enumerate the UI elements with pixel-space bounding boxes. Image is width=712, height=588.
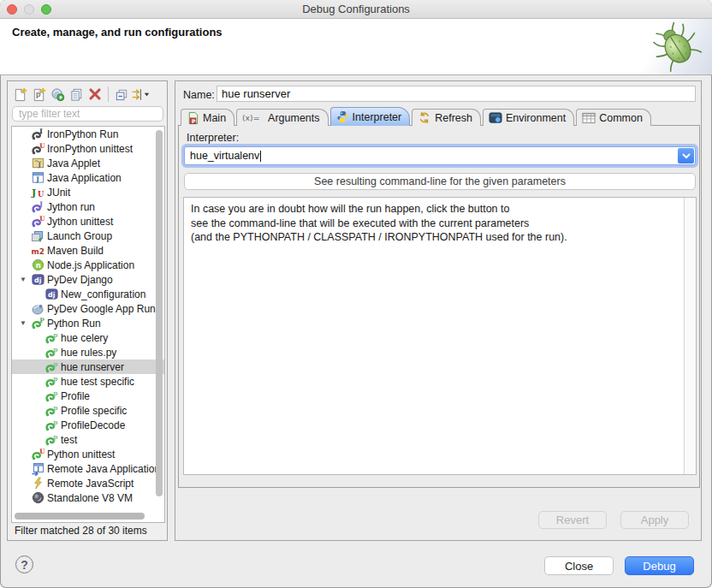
tab-strip: P Main (x)= Arguments Interpreter Refres… xyxy=(181,107,653,126)
tree-item[interactable]: J Java Application xyxy=(12,170,164,185)
tree-item-label: IronPython unittest xyxy=(47,143,133,155)
tab-main[interactable]: P Main xyxy=(181,109,234,126)
snake-green-p-icon: p xyxy=(44,419,58,432)
snake-purple-U-icon: U xyxy=(31,215,44,229)
tree-item[interactable]: p hue rules.py xyxy=(12,345,164,359)
tree-item[interactable]: p Profile xyxy=(12,389,164,403)
tree-item-label: hue test specific xyxy=(61,376,134,388)
snake-green-U-icon: U xyxy=(31,448,44,461)
tab-interpreter[interactable]: Interpreter xyxy=(330,107,411,126)
svg-text:p: p xyxy=(53,346,57,353)
refresh-tab-icon xyxy=(418,111,431,124)
info-line: see the command-line that will be execut… xyxy=(191,217,676,231)
tab-label: Main xyxy=(203,112,226,124)
filter-config-icon[interactable] xyxy=(131,85,150,104)
revert-button[interactable]: Revert xyxy=(538,511,607,529)
svg-text:P: P xyxy=(35,92,40,99)
launch-group-icon xyxy=(31,229,44,243)
snake-green-p-icon: p xyxy=(44,331,58,345)
apply-button[interactable]: Apply xyxy=(620,511,689,529)
delete-config-icon[interactable] xyxy=(86,85,104,104)
tree-item[interactable]: U Python unittest xyxy=(12,447,164,461)
tree-item[interactable]: p test xyxy=(12,432,164,447)
close-button[interactable]: Close xyxy=(544,556,614,575)
svg-text:U: U xyxy=(38,190,44,199)
tree-item[interactable]: U IronPython unittest xyxy=(12,141,164,156)
new-config-icon[interactable] xyxy=(10,85,29,104)
tree-item[interactable]: ▼ dj PyDev Django xyxy=(12,272,164,287)
tree-item[interactable]: p hue test specific xyxy=(12,374,164,389)
tree-item[interactable]: p hue celery xyxy=(12,330,164,345)
tree-item[interactable]: U Jython unittest xyxy=(12,214,164,229)
django-icon: dj xyxy=(44,288,58,301)
interpreter-combo[interactable]: hue_virtualenv xyxy=(184,146,696,165)
tree-item[interactable]: m2 Maven Build xyxy=(12,243,164,258)
tree-item[interactable]: J Java Applet xyxy=(12,156,164,170)
dialog-header: Create, manage, and run configurations xyxy=(0,19,712,75)
maven-icon: m2 xyxy=(31,244,44,258)
tree-item[interactable]: J U JUnit xyxy=(12,185,164,199)
tree-item-label: Jython unittest xyxy=(47,216,113,228)
collapse-all-icon[interactable] xyxy=(112,85,131,104)
tree-item[interactable]: p hue runserver xyxy=(12,359,164,374)
tree-item[interactable]: ▼ P Python Run xyxy=(12,316,164,330)
debug-configurations-window: Debug Configurations Create, manage, and… xyxy=(0,0,712,588)
tab-arguments[interactable]: (x)= Arguments xyxy=(236,109,328,126)
tree-item-label: Java Application xyxy=(47,172,122,184)
tree-horizontal-scrollbar[interactable] xyxy=(15,513,145,520)
name-input[interactable] xyxy=(217,86,696,102)
combo-dropdown-button[interactable] xyxy=(678,148,694,163)
tree-item[interactable]: Launch Group xyxy=(12,229,164,243)
tree-item[interactable]: J Remote Java Application xyxy=(12,461,164,476)
tree-item-label: hue rules.py xyxy=(61,347,116,359)
junit-icon: J U xyxy=(31,186,44,199)
svg-text:U: U xyxy=(39,215,44,223)
expand-arrow-icon[interactable]: ▼ xyxy=(19,276,27,283)
filter-status-text: Filter matched 28 of 30 items xyxy=(15,525,147,537)
new-prototype-icon[interactable]: P xyxy=(29,85,48,104)
tree-item[interactable]: J Jython run xyxy=(12,199,164,214)
svg-text:P: P xyxy=(192,117,196,123)
svg-text:p: p xyxy=(53,331,57,339)
tree-item[interactable]: p Profile specific xyxy=(12,403,164,418)
python-tab-icon xyxy=(336,110,349,123)
expand-arrow-icon[interactable]: ▼ xyxy=(19,319,27,327)
svg-text:I: I xyxy=(39,128,43,135)
tab-label: Interpreter xyxy=(353,111,402,123)
tree-item-label: New_configuration xyxy=(61,288,145,300)
tree-item-label: ProfileDecode xyxy=(61,419,125,431)
tree-item[interactable]: Standalone V8 VM xyxy=(12,490,164,505)
window-title: Debug Configurations xyxy=(0,3,712,15)
debug-button[interactable]: Debug xyxy=(625,556,694,575)
info-box-scrollbar[interactable] xyxy=(684,198,696,474)
see-command-line-button[interactable]: See resulting command-line for the given… xyxy=(184,173,696,190)
tree-item[interactable]: Remote JavaScript xyxy=(12,476,164,490)
tree-item-label: JUnit xyxy=(47,187,70,199)
main-tab-icon: P xyxy=(187,111,199,125)
snake-green-p-icon: p xyxy=(44,404,58,418)
help-button[interactable]: ? xyxy=(15,555,33,573)
tab-environment[interactable]: Environment xyxy=(483,109,574,126)
tab-refresh[interactable]: Refresh xyxy=(412,109,481,126)
tree-item-label: Python unittest xyxy=(47,448,115,460)
tree-item[interactable]: PyDev Google App Run xyxy=(12,301,164,316)
tree-item[interactable]: I IronPython Run xyxy=(12,127,164,141)
tree-item-label: Remote JavaScript xyxy=(47,478,134,490)
command-line-info-box[interactable]: In case you are in doubt how will the ru… xyxy=(183,197,697,475)
filter-input[interactable] xyxy=(12,106,163,122)
tree-item[interactable]: dj New_configuration xyxy=(12,287,164,301)
tree-item-label: PyDev Django xyxy=(47,274,113,286)
export-config-icon[interactable] xyxy=(48,85,67,104)
titlebar[interactable]: Debug Configurations xyxy=(0,0,712,19)
sidebar-toolbar: P xyxy=(10,84,150,104)
tree-item[interactable]: n Node.js Application xyxy=(12,258,164,272)
tree-item[interactable]: p ProfileDecode xyxy=(12,418,164,432)
duplicate-config-icon[interactable] xyxy=(67,85,86,104)
tree-item-label: Jython run xyxy=(47,201,95,213)
tree-vertical-scrollbar[interactable] xyxy=(156,130,163,496)
tree-item-label: Profile specific xyxy=(61,405,127,417)
tree-item-label: Java Applet xyxy=(47,157,100,169)
text-cursor xyxy=(260,151,261,162)
snake-purple-J-icon: J xyxy=(31,200,44,214)
tab-common[interactable]: Common xyxy=(576,109,651,126)
